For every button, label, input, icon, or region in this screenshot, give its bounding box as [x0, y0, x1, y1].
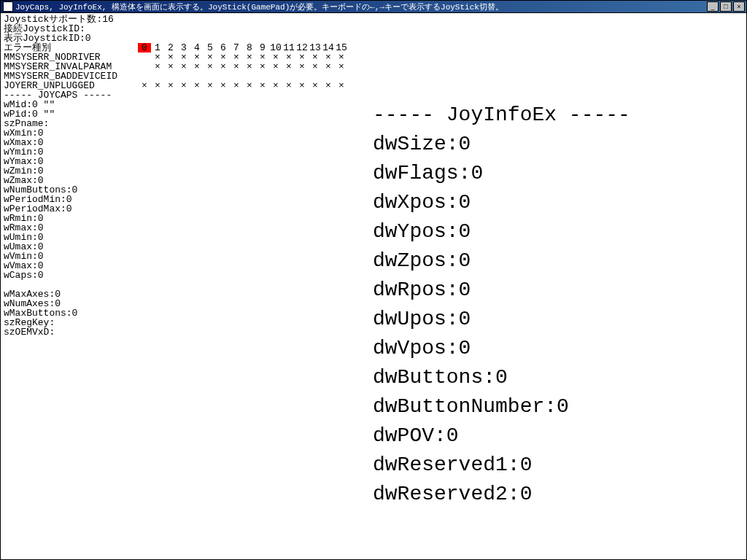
error-mark: × — [335, 81, 348, 90]
joyinfoex-title: ----- JoyInfoEx ----- — [373, 101, 630, 130]
joycaps-line: szRegKey: — [4, 318, 348, 327]
error-mark: × — [269, 81, 282, 90]
error-mark: × — [177, 62, 190, 71]
error-mark: × — [256, 81, 269, 90]
error-col-0: 0 — [138, 43, 151, 52]
error-mark — [138, 62, 151, 71]
error-mark: × — [217, 62, 230, 71]
joyinfoex-line: dwSize:0 — [373, 130, 630, 159]
window-controls: _ □ × — [707, 1, 745, 12]
error-mark: × — [256, 62, 269, 71]
joycaps-title: ----- JOYCAPS ----- — [4, 90, 348, 100]
joycaps-line: wYmin:0 — [4, 147, 348, 157]
error-mark: × — [309, 62, 322, 71]
joyinfoex-line: dwUpos:0 — [373, 305, 630, 334]
joycaps-line: wUmin:0 — [4, 233, 348, 242]
error-mark: × — [204, 81, 217, 90]
error-mark: × — [217, 81, 230, 90]
error-mark: × — [190, 62, 204, 71]
joycaps-line: wVmin:0 — [4, 252, 348, 261]
error-mark: × — [322, 62, 335, 71]
error-mark: × — [295, 81, 309, 90]
joyinfoex-line: dwButtons:0 — [373, 363, 630, 392]
titlebar[interactable]: JoyCaps, JoyInfoEx, 構造体を画面に表示する。JoyStick… — [0, 0, 747, 13]
error-mark — [138, 52, 151, 62]
error-mark: × — [177, 81, 190, 90]
joyinfoex-line: dwButtonNumber:0 — [373, 392, 630, 421]
window-title: JoyCaps, JoyInfoEx, 構造体を画面に表示する。JoyStick… — [15, 1, 707, 12]
close-button[interactable]: × — [733, 1, 745, 12]
error-mark: × — [138, 81, 151, 90]
joyinfoex-line: dwReserved2:0 — [373, 480, 630, 509]
joycaps-line: wCaps:0 — [4, 271, 348, 280]
joycaps-line: wMid:0 "" — [4, 100, 348, 109]
joycaps-line: wMaxButtons:0 — [4, 308, 348, 318]
error-mark: × — [282, 81, 295, 90]
joycaps-line: wYmax:0 — [4, 157, 348, 166]
joycaps-line: szOEMVxD: — [4, 327, 348, 337]
error-mark: × — [230, 81, 243, 90]
joycaps-line: wRmax:0 — [4, 223, 348, 233]
joycaps-line: wXmax:0 — [4, 138, 348, 147]
error-mark: × — [322, 81, 335, 90]
error-mark: × — [295, 62, 309, 71]
joyinfoex-line: dwXpos:0 — [373, 188, 630, 217]
error-mark: × — [269, 62, 282, 71]
joycaps-line: wPeriodMax:0 — [4, 204, 348, 214]
error-mark: × — [309, 81, 322, 90]
app-icon — [3, 1, 13, 12]
error-mark: × — [335, 62, 348, 71]
client-area: Joystickサポート数:16 接続JoystickID: 表示Joystic… — [0, 13, 747, 560]
joycaps-line: wVmax:0 — [4, 261, 348, 271]
joyinfoex-line: dwVpos:0 — [373, 334, 630, 363]
left-panel: Joystickサポート数:16 接続JoystickID: 表示Joystic… — [1, 13, 351, 559]
joyinfoex-line: dwPOV:0 — [373, 421, 630, 451]
joyinfoex-line: dwReserved1:0 — [373, 451, 630, 480]
error-mark: × — [230, 62, 243, 71]
joyinfoex-line: dwFlags:0 — [373, 159, 630, 188]
right-panel: ----- JoyInfoEx ----- dwSize:0dwFlags:0d… — [351, 13, 630, 559]
joycaps-line: wXmin:0 — [4, 128, 348, 138]
joyinfoex-line: dwYpos:0 — [373, 217, 630, 246]
joyinfoex-line: dwRpos:0 — [373, 276, 630, 305]
maximize-button[interactable]: □ — [720, 1, 732, 12]
error-mark: × — [243, 81, 256, 90]
error-mark: × — [164, 62, 177, 71]
error-mark: × — [164, 81, 177, 90]
joyinfoex-line: dwZpos:0 — [373, 246, 630, 276]
joycaps-line: wUmax:0 — [4, 242, 348, 252]
error-mark: × — [190, 81, 204, 90]
joycaps-line: szPname: — [4, 119, 348, 128]
joycaps-line: wPid:0 "" — [4, 109, 348, 119]
error-mark: × — [151, 62, 164, 71]
joycaps-line: wRmin:0 — [4, 214, 348, 223]
error-mark: × — [243, 62, 256, 71]
error-mark: × — [282, 62, 295, 71]
joycaps-line: wZmin:0 — [4, 166, 348, 176]
minimize-button[interactable]: _ — [707, 1, 719, 12]
error-mark: × — [204, 62, 217, 71]
error-mark: × — [151, 81, 164, 90]
